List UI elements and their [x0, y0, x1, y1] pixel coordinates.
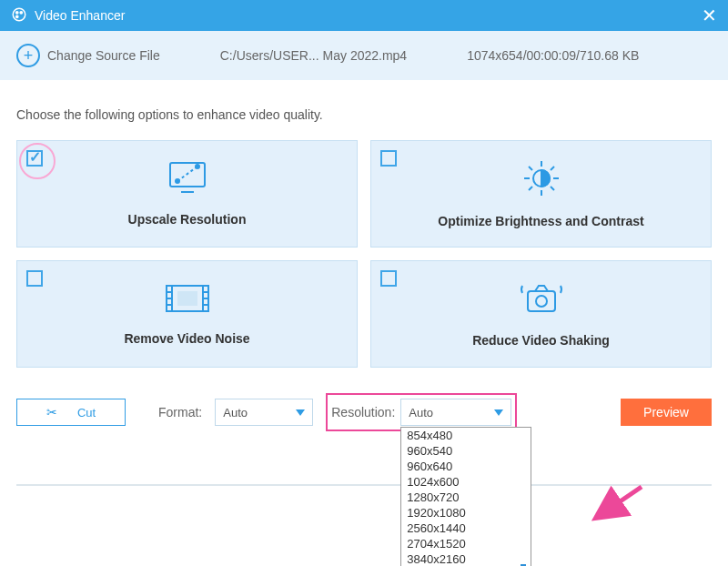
card-title: Upscale Resolution [128, 212, 247, 227]
svg-point-0 [13, 8, 25, 21]
svg-line-15 [551, 187, 554, 190]
resolution-option[interactable]: 2560x1440 [401, 521, 531, 536]
divider [16, 484, 712, 486]
format-select[interactable]: Auto [215, 399, 313, 426]
card-title: Optimize Brightness and Contrast [438, 214, 643, 228]
svg-line-5 [177, 167, 197, 181]
instruction-text: Choose the following options to enhance … [16, 107, 712, 122]
svg-line-16 [529, 187, 532, 190]
film-icon [165, 282, 210, 318]
titlebar: Video Enhancer ✕ [0, 0, 728, 31]
svg-line-17 [551, 167, 554, 170]
cut-label: Cut [77, 406, 96, 419]
resolution-option[interactable]: 1920x1080 [401, 505, 531, 521]
resolution-option[interactable]: 1024x600 [401, 474, 531, 490]
resolution-option[interactable]: 854x480 [401, 428, 531, 443]
resolution-option[interactable]: 1280x720 [401, 490, 531, 505]
card-upscale-resolution[interactable]: Upscale Resolution [16, 140, 358, 248]
cut-button[interactable]: ✂ Cut [16, 399, 126, 426]
chevron-down-icon [296, 409, 305, 416]
resolution-highlight-annotation: Resolution: Auto 854x480960x540960x64010… [326, 393, 517, 431]
format-value: Auto [223, 406, 248, 419]
card-reduce-shaking[interactable]: Reduce Video Shaking [370, 260, 712, 368]
camera-icon [519, 280, 564, 320]
resolution-value: Auto [409, 406, 433, 419]
option-cards: Upscale Resolution Optimize Brightness a… [16, 140, 712, 368]
svg-point-7 [196, 165, 199, 168]
resolution-select[interactable]: Auto 854x480960x540960x6401024x6001280x7… [400, 399, 511, 426]
checkbox-shaking[interactable] [380, 270, 397, 287]
card-remove-noise[interactable]: Remove Video Noise [16, 260, 358, 368]
format-label: Format: [158, 405, 202, 419]
change-source-button[interactable]: + Change Source File [16, 44, 160, 67]
svg-line-14 [529, 167, 532, 170]
toolbar: + Change Source File C:/Users/USER... Ma… [0, 31, 728, 80]
change-source-label: Change Source File [47, 48, 160, 63]
checkbox-brightness[interactable] [380, 150, 397, 167]
close-button[interactable]: ✕ [702, 5, 717, 26]
resolution-dropdown: 854x480960x540960x6401024x6001280x720192… [400, 427, 531, 566]
svg-point-3 [16, 15, 18, 17]
svg-rect-27 [177, 291, 197, 306]
svg-point-29 [536, 296, 547, 307]
checkbox-upscale[interactable] [26, 150, 43, 167]
resolution-label: Resolution: [331, 405, 395, 419]
plus-icon: + [16, 44, 40, 67]
bottom-controls: ✂ Cut Format: Auto Resolution: Auto 854x… [16, 393, 712, 431]
preview-label: Preview [643, 405, 689, 419]
file-meta: 1074x654/00:00:09/710.68 KB [467, 48, 639, 63]
file-path: C:/Users/USER... May 2022.mp4 [220, 48, 407, 63]
svg-point-1 [16, 11, 18, 13]
scrollbar[interactable] [516, 428, 531, 566]
monitor-icon [167, 161, 208, 199]
scissors-icon: ✂ [46, 405, 57, 419]
card-title: Reduce Video Shaking [472, 333, 610, 348]
svg-line-31 [599, 487, 642, 516]
resolution-option[interactable]: 3840x2160 [401, 551, 531, 566]
preview-button[interactable]: Preview [621, 399, 712, 426]
arrow-annotation [592, 485, 646, 525]
resolution-option[interactable]: 960x540 [401, 443, 531, 459]
card-brightness-contrast[interactable]: Optimize Brightness and Contrast [370, 140, 712, 248]
chevron-down-icon [494, 409, 503, 416]
svg-point-6 [176, 179, 179, 183]
resolution-option[interactable]: 2704x1520 [401, 536, 531, 551]
sun-icon [521, 159, 562, 201]
app-window: Video Enhancer ✕ + Change Source File C:… [0, 0, 728, 566]
card-title: Remove Video Noise [124, 331, 249, 346]
svg-rect-28 [528, 291, 555, 311]
checkbox-noise[interactable] [26, 270, 43, 287]
resolution-option[interactable]: 960x640 [401, 459, 531, 474]
app-title: Video Enhancer [35, 8, 125, 23]
content-area: Choose the following options to enhance … [0, 80, 728, 448]
palette-icon [11, 6, 27, 25]
svg-point-2 [20, 11, 22, 13]
